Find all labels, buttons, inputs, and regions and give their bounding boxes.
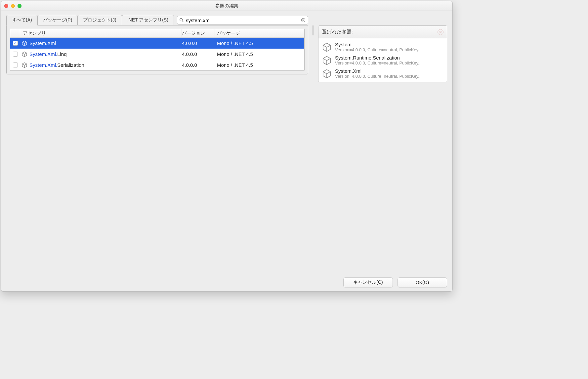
- source-tabs: すべて(A) パッケージ(P) プロジェクト(J) .NET アセンブリ(S): [6, 15, 174, 25]
- assembly-grid: アセンブリ バージョン パッケージ System.Xml4.0.0.0Mono …: [10, 29, 305, 71]
- assembly-name: System.Xml: [29, 40, 56, 46]
- reference-details: Version=4.0.0.0, Culture=neutral, Public…: [335, 61, 443, 65]
- window-traffic-lights: [4, 4, 21, 8]
- column-package[interactable]: パッケージ: [215, 29, 304, 37]
- clear-search-button[interactable]: [301, 18, 306, 23]
- tab-all[interactable]: すべて(A): [6, 15, 38, 25]
- remove-icon: [439, 30, 442, 34]
- search-input[interactable]: [186, 18, 299, 23]
- row-checkbox[interactable]: [13, 63, 18, 67]
- reference-name: System: [335, 42, 443, 47]
- assembly-name: System.Xml.Serialization: [29, 62, 84, 68]
- package-icon: [21, 62, 27, 68]
- package-icon: [322, 42, 332, 52]
- tab-net-assemblies[interactable]: .NET アセンブリ(S): [122, 15, 174, 25]
- row-checkbox[interactable]: [13, 41, 18, 46]
- edit-references-dialog: 参照の編集 すべて(A) パッケージ(P) プロジェクト(J) .NET アセン…: [1, 1, 453, 292]
- ok-button[interactable]: OK(O): [398, 277, 447, 287]
- assembly-version: 4.0.0.0: [182, 51, 215, 57]
- tab-label: .NET アセンブリ(S): [127, 17, 168, 22]
- reference-details: Version=4.0.0.0, Culture=neutral, Public…: [335, 47, 443, 52]
- window-zoom-button[interactable]: [18, 4, 21, 8]
- svg-line-1: [182, 21, 184, 22]
- selected-references-header: 選ばれた参照:: [318, 26, 447, 38]
- clear-icon: [301, 18, 306, 22]
- tab-label: すべて(A): [12, 17, 32, 22]
- assembly-version: 4.0.0.0: [182, 40, 215, 46]
- package-icon: [322, 56, 332, 65]
- list-item[interactable]: System.Runtime.SerializationVersion=4.0.…: [318, 54, 447, 67]
- list-item[interactable]: System.XmlVersion=4.0.0.0, Culture=neutr…: [318, 67, 447, 80]
- tab-label: プロジェクト(J): [83, 17, 116, 22]
- assembly-version: 4.0.0.0: [182, 62, 215, 68]
- window-minimize-button[interactable]: [11, 4, 15, 8]
- search-container: [177, 16, 308, 24]
- table-row[interactable]: System.Xml4.0.0.0Mono / .NET 4.5: [10, 38, 304, 49]
- main-content: すべて(A) パッケージ(P) プロジェクト(J) .NET アセンブリ(S): [6, 15, 447, 273]
- assembly-package: Mono / .NET 4.5: [215, 40, 304, 46]
- window-title: 参照の編集: [1, 3, 452, 9]
- search-icon: [179, 18, 184, 22]
- window-close-button[interactable]: [4, 4, 8, 8]
- package-icon: [322, 69, 332, 79]
- selected-references-pane: 選ばれた参照: SystemVersion=4.0.0.0, Culture=n…: [318, 25, 447, 82]
- package-icon: [21, 51, 27, 57]
- svg-point-0: [180, 19, 183, 21]
- search-field[interactable]: [177, 16, 308, 24]
- grid-body[interactable]: System.Xml4.0.0.0Mono / .NET 4.5System.X…: [10, 38, 304, 70]
- grid-header: アセンブリ バージョン パッケージ: [10, 29, 304, 38]
- cancel-button[interactable]: キャンセル(C): [343, 277, 393, 287]
- left-pane: すべて(A) パッケージ(P) プロジェクト(J) .NET アセンブリ(S): [6, 15, 308, 74]
- titlebar: 参照の編集: [1, 1, 452, 11]
- row-checkbox[interactable]: [13, 52, 18, 57]
- tab-label: パッケージ(P): [43, 17, 72, 22]
- assembly-package: Mono / .NET 4.5: [215, 51, 304, 57]
- selected-references-list[interactable]: SystemVersion=4.0.0.0, Culture=neutral, …: [318, 38, 447, 82]
- reference-details: Version=4.0.0.0, Culture=neutral, Public…: [335, 74, 443, 79]
- dialog-buttons: キャンセル(C) OK(O): [6, 273, 447, 287]
- table-row[interactable]: System.Xml.Linq4.0.0.0Mono / .NET 4.5: [10, 49, 304, 60]
- assembly-package: Mono / .NET 4.5: [215, 62, 304, 68]
- column-checkbox[interactable]: [10, 29, 20, 37]
- column-assembly[interactable]: アセンブリ: [20, 29, 182, 37]
- dialog-body: すべて(A) パッケージ(P) プロジェクト(J) .NET アセンブリ(S): [1, 11, 452, 291]
- package-icon: [21, 40, 27, 46]
- tab-panel: アセンブリ バージョン パッケージ System.Xml4.0.0.0Mono …: [6, 25, 308, 74]
- tab-projects[interactable]: プロジェクト(J): [77, 15, 122, 25]
- remove-reference-button[interactable]: [438, 29, 443, 35]
- table-row[interactable]: System.Xml.Serialization4.0.0.0Mono / .N…: [10, 60, 304, 70]
- column-version[interactable]: バージョン: [182, 29, 215, 37]
- reference-name: System.Xml: [335, 68, 443, 74]
- reference-name: System.Runtime.Serialization: [335, 55, 443, 61]
- selected-references-title: 選ばれた参照:: [322, 29, 353, 35]
- pane-splitter[interactable]: [312, 25, 314, 35]
- assembly-name: System.Xml.Linq: [29, 51, 67, 57]
- list-item[interactable]: SystemVersion=4.0.0.0, Culture=neutral, …: [318, 40, 447, 54]
- tabbar-row: すべて(A) パッケージ(P) プロジェクト(J) .NET アセンブリ(S): [6, 15, 308, 25]
- tab-packages[interactable]: パッケージ(P): [37, 15, 78, 25]
